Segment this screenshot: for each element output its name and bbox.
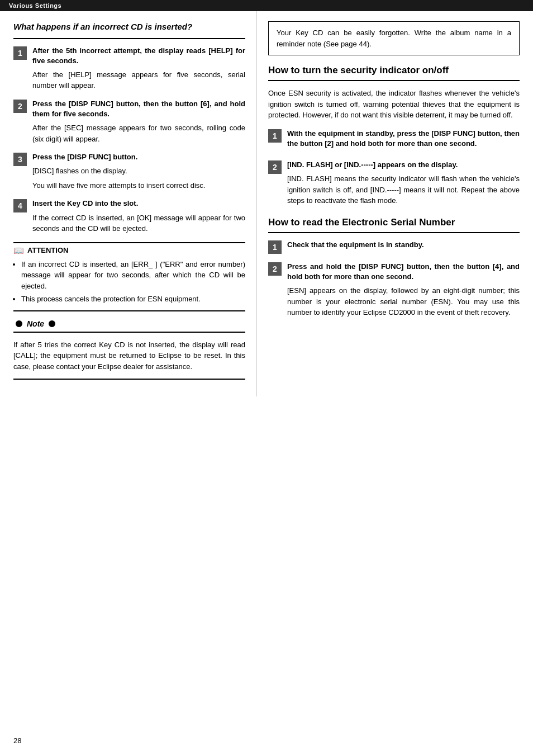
esn-section: How to read the Electronic Serial Number… [268, 216, 520, 318]
esn-divider [268, 232, 520, 233]
main-content: What happens if an incorrect CD is inser… [0, 11, 533, 396]
attention-item-1: If an incorrect CD is inserted, an [ERR_… [21, 259, 245, 292]
attention-content: If an incorrect CD is inserted, an [ERR_… [13, 259, 245, 305]
step-1-num: 1 [13, 46, 27, 60]
left-column: What happens if an incorrect CD is inser… [0, 11, 257, 396]
step-2-num: 2 [13, 100, 27, 113]
step-3-body-line1: [DISC] flashes on the display. [32, 166, 245, 177]
security-step-2-block: 2 [IND. FLASH] or [IND.-----] appears on… [268, 160, 520, 206]
security-step-2-body: [IND. FLASH] means the security indicato… [287, 173, 520, 206]
esn-step-2-content: Press and hold the [DISP FUNC] button, t… [287, 262, 520, 318]
right-column: Your Key CD can be easily forgotten. Wri… [257, 11, 533, 396]
note-block: Note If after 5 tries the correct Key CD… [13, 319, 245, 380]
security-step-1-heading: With the equipment in standby, press the… [287, 129, 520, 149]
step-3-block: 3 Press the [DISP FUNC] button. [DISC] f… [13, 152, 245, 191]
attention-list: If an incorrect CD is inserted, an [ERR_… [21, 259, 245, 305]
page-wrapper: Various Settings What happens if an inco… [0, 0, 533, 756]
esn-step-2-heading: Press and hold the [DISP FUNC] button, t… [287, 262, 520, 282]
esn-step-1-block: 1 Check that the equipment is in standby… [268, 240, 520, 254]
security-indicator-body: Once ESN security is activated, the indi… [268, 88, 520, 121]
note-bullet-right [49, 320, 55, 327]
step-3-body-line2: You will have five more attempts to inse… [32, 180, 245, 191]
step-3-heading: Press the [DISP FUNC] button. [32, 152, 245, 162]
attention-label: ATTENTION [27, 246, 68, 254]
key-cd-box: Your Key CD can be easily forgotten. Wri… [268, 21, 520, 55]
attention-block: 📖 ATTENTION If an incorrect CD is insert… [13, 242, 245, 311]
attention-item-2: This process cancels the protection for … [21, 294, 245, 305]
note-divider [13, 332, 245, 333]
note-title: Note [13, 319, 245, 328]
note-body: If after 5 tries the correct Key CD is n… [13, 339, 245, 372]
esn-step-1-content: Check that the equipment is in standby. [287, 240, 520, 253]
step-3-num: 3 [13, 153, 27, 166]
security-step-1-block: 1 With the equipment in standby, press t… [268, 129, 520, 152]
left-section-title: What happens if an incorrect CD is inser… [13, 21, 245, 32]
esn-title: How to read the Electronic Serial Number [268, 216, 520, 229]
header-label: Various Settings [9, 2, 61, 9]
security-indicator-section: How to turn the security indicator on/of… [268, 64, 520, 206]
attention-divider-top [13, 242, 245, 243]
note-bullet-left [16, 320, 22, 327]
note-label: Note [27, 319, 44, 328]
note-divider-bottom [13, 379, 245, 380]
step-4-block: 4 Insert the Key CD into the slot. If th… [13, 199, 245, 234]
page-header: Various Settings [0, 0, 533, 11]
step-4-body: If the correct CD is inserted, an [OK] m… [32, 212, 245, 234]
attention-icon: 📖 [13, 245, 24, 256]
esn-step-2-block: 2 Press and hold the [DISP FUNC] button,… [268, 262, 520, 318]
attention-divider-bottom [13, 310, 245, 311]
step-4-num: 4 [13, 199, 27, 212]
security-step-2-num: 2 [268, 160, 282, 174]
esn-step-1-heading: Check that the equipment is in standby. [287, 240, 520, 250]
esn-step-2-body: [ESN] appears on the display, followed b… [287, 285, 520, 318]
attention-title: 📖 ATTENTION [13, 245, 245, 256]
section-divider-1 [13, 38, 245, 39]
step-2-body: After the [SEC] message appears for two … [32, 122, 245, 144]
step-4-heading: Insert the Key CD into the slot. [32, 199, 245, 209]
security-divider [268, 80, 520, 81]
step-4-content: Insert the Key CD into the slot. If the … [32, 199, 245, 234]
security-step-2-heading: [IND. FLASH] or [IND.-----] appears on t… [287, 160, 520, 170]
security-step-1-content: With the equipment in standby, press the… [287, 129, 520, 152]
security-indicator-title: How to turn the security indicator on/of… [268, 64, 520, 77]
step-1-heading: After the 5th incorrect attempt, the dis… [32, 46, 245, 66]
step-1-block: 1 After the 5th incorrect attempt, the d… [13, 46, 245, 91]
esn-step-1-num: 1 [268, 240, 282, 254]
security-step-2-content: [IND. FLASH] or [IND.-----] appears on t… [287, 160, 520, 206]
page-number: 28 [13, 736, 21, 745]
step-1-content: After the 5th incorrect attempt, the dis… [32, 46, 245, 91]
step-1-body: After the [HELP] message appears for fiv… [32, 69, 245, 91]
step-2-heading: Press the [DISP FUNC] button, then the b… [32, 99, 245, 119]
esn-step-2-num: 2 [268, 262, 282, 276]
step-3-content: Press the [DISP FUNC] button. [DISC] fla… [32, 152, 245, 191]
security-step-1-num: 1 [268, 129, 282, 143]
step-2-content: Press the [DISP FUNC] button, then the b… [32, 99, 245, 144]
step-2-block: 2 Press the [DISP FUNC] button, then the… [13, 99, 245, 144]
